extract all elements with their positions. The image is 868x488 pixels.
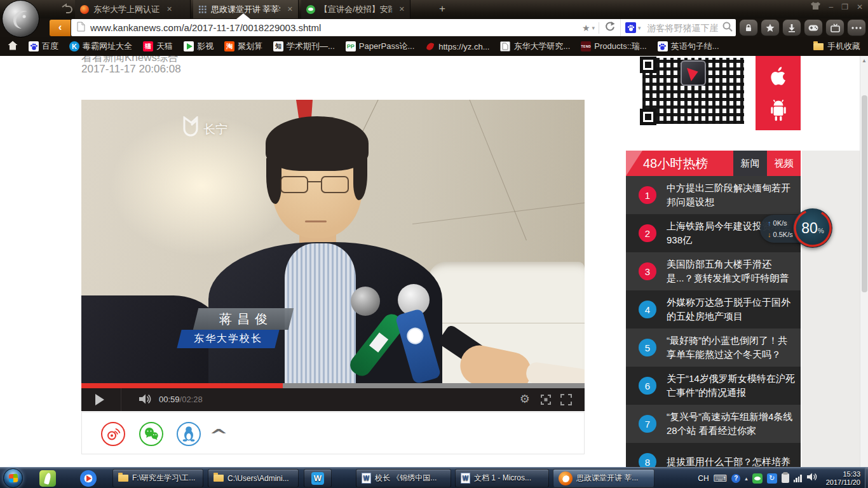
tab3-close-icon[interactable]: ✕: [399, 5, 405, 13]
current-time: 00:59: [159, 395, 180, 404]
upload-arrow-icon: ↑: [768, 219, 771, 227]
baidu-paw-icon[interactable]: [625, 22, 636, 33]
tab-dhu-auth[interactable]: 东华大学上网认证 ✕: [75, 0, 191, 18]
time-display: 00:59/02:28: [159, 395, 203, 404]
video-frame: 长宁 蒋昌俊 东华大学校长: [81, 100, 585, 383]
page-scrollbar[interactable]: ▲: [860, 56, 868, 467]
video-tv-icon[interactable]: [825, 19, 844, 36]
bookmark-star-icon[interactable]: ★: [582, 23, 590, 33]
tray-expand-icon[interactable]: ▴: [745, 475, 748, 482]
rank-badge: 3: [639, 262, 656, 280]
address-bar[interactable]: ★ ▾ ▾: [71, 19, 736, 36]
rank-badge: 4: [639, 301, 656, 318]
favorites-star-icon[interactable]: [761, 19, 780, 36]
taskbar-window-word2[interactable]: W 文档 1 - Micros...: [455, 469, 549, 487]
back-button[interactable]: ‹: [50, 20, 71, 36]
search-magnifier-icon[interactable]: [722, 22, 733, 34]
bookmark-juhuasuan[interactable]: 淘 聚划算: [224, 41, 262, 52]
bookmark-journal[interactable]: 知 学术期刊—...: [273, 41, 335, 52]
search-box[interactable]: ▾: [620, 19, 736, 36]
channel-watermark: 长宁: [182, 116, 227, 138]
bookmark-baidu[interactable]: 百度: [29, 41, 58, 52]
share-qq-icon[interactable]: [177, 422, 201, 446]
bookmark-paperpass[interactable]: PP PaperPass论...: [346, 41, 414, 52]
home-icon[interactable]: [8, 41, 18, 52]
system-tray: CH ⌨ ? ▴ ↻ 15:33 2017/11/20: [698, 468, 868, 488]
speaker-icon[interactable]: [806, 472, 818, 484]
rank-badge: 8: [639, 453, 656, 467]
taskbar-window-word1[interactable]: W 校长 《锦绣中国...: [356, 469, 451, 487]
hot-item-6[interactable]: 6 关于“14岁俄罗斯女模特在沪死亡事件”的情况通报: [626, 367, 801, 405]
show-desktop-button[interactable]: [865, 468, 868, 488]
new-tab-button[interactable]: +: [435, 1, 450, 17]
settings-gear-icon[interactable]: ⚙: [520, 392, 530, 406]
memory-percent-badge[interactable]: 80%: [793, 208, 832, 248]
games-icon[interactable]: [804, 19, 823, 36]
hot-item-3[interactable]: 3 美国防部五角大楼手滑还是...？竟转发推文呼吁特朗普: [626, 252, 801, 290]
volume-icon[interactable]: [139, 393, 153, 407]
browser-logo[interactable]: [2, 0, 39, 37]
rank-badge: 1: [639, 186, 656, 204]
hot-item-7[interactable]: 7 “复兴号”高速动车组新增4条线28个站 看看经过你家: [626, 405, 801, 443]
hot-list-header: 48小时热榜 新闻 视频: [626, 151, 801, 176]
share-weibo-icon[interactable]: [101, 422, 125, 446]
clipboard-tray-icon[interactable]: [782, 473, 789, 483]
download-icon[interactable]: [782, 19, 801, 36]
wechat-tray-icon[interactable]: [752, 473, 763, 484]
taskbar-window-folder-f[interactable]: F:\研究生学习\工...: [112, 469, 203, 487]
bookmark-english[interactable]: 英语句子结...: [658, 41, 719, 52]
clock[interactable]: 15:33 2017/11/20: [822, 470, 864, 487]
sync-tray-icon[interactable]: ↻: [767, 473, 777, 484]
scrollbar-thumb[interactable]: [862, 95, 867, 292]
media-player-icon[interactable]: [80, 470, 97, 487]
bookmark-products[interactable]: TEND Products::瑞...: [581, 41, 646, 52]
app-download-block[interactable]: [756, 56, 801, 130]
start-button[interactable]: [3, 468, 23, 488]
hot-item-4[interactable]: 4 外媒称万达急于脱手位于国外的五处房地产项目: [626, 290, 801, 329]
tab1-close-icon[interactable]: ✕: [166, 5, 172, 13]
bookmark-dropdown-icon[interactable]: ▾: [592, 25, 595, 31]
video-player[interactable]: 长宁 蒋昌俊 东华大学校长 00:59/02:28 ⚙: [81, 100, 585, 411]
menu-more-icon[interactable]: [847, 19, 866, 36]
hot-tab-news[interactable]: 新闻: [733, 151, 767, 176]
bookmark-duba[interactable]: K 毒霸网址大全: [69, 41, 132, 52]
back-history-icon[interactable]: [60, 3, 74, 16]
search-input[interactable]: [648, 23, 722, 33]
minimize-button[interactable]: –: [829, 3, 833, 11]
hot-item-1[interactable]: 1 中方提出三阶段解决缅甸若开邦问题设想: [626, 176, 801, 214]
bookmark-folder-mobile[interactable]: 手机收藏: [813, 37, 860, 56]
language-indicator[interactable]: CH: [698, 474, 709, 483]
theater-mode-icon[interactable]: [540, 394, 552, 408]
skin-icon[interactable]: [811, 2, 820, 11]
collapse-caret-icon[interactable]: ^: [209, 426, 228, 444]
tab2-close-icon[interactable]: ✕: [287, 5, 293, 13]
network-signal-icon[interactable]: [794, 475, 802, 482]
fullscreen-icon[interactable]: [560, 394, 572, 408]
help-tray-icon[interactable]: ?: [731, 474, 740, 483]
hot-tab-video[interactable]: 视频: [767, 151, 801, 176]
taskbar-wps-button[interactable]: W: [304, 469, 332, 487]
hot-item-8[interactable]: 8 提拔重用什么干部？怎样培养: [626, 443, 801, 467]
tab-wechat-article[interactable]: 【宣讲会/校招】安踏... ✕: [301, 0, 410, 18]
search-engine-dropdown-icon[interactable]: ▾: [638, 25, 641, 31]
refresh-icon[interactable]: [604, 21, 615, 34]
hot-item-5[interactable]: 5 “最好骑”的小蓝也倒闭了！共享单车能熬过这个冬天吗？: [626, 329, 801, 367]
scrollbar-up-icon[interactable]: ▲: [862, 58, 867, 64]
restore-button[interactable]: ❐: [841, 3, 848, 11]
play-button[interactable]: [95, 394, 104, 405]
bookmark-dhu-grad[interactable]: 东华大学研究...: [500, 41, 570, 52]
close-button[interactable]: ✕: [857, 3, 863, 11]
bookmark-video[interactable]: 影视: [184, 41, 214, 52]
taskbar-window-browser[interactable]: 思政课堂开讲 莘...: [553, 469, 654, 487]
lock-icon[interactable]: [739, 19, 758, 36]
url-input[interactable]: [90, 22, 582, 33]
paperpass-icon: PP: [346, 41, 356, 51]
keyboard-icon[interactable]: ⌨: [714, 473, 728, 484]
hot-list-title: 48小时热榜: [643, 155, 708, 172]
video-progress-bar[interactable]: [81, 383, 585, 388]
coreldraw-icon[interactable]: [39, 470, 56, 487]
bookmark-tmall[interactable]: 猫 天猫: [143, 41, 173, 52]
bookmark-yanzhao[interactable]: https://yz.ch...: [425, 41, 489, 51]
share-wechat-icon[interactable]: [139, 422, 163, 446]
taskbar-window-folder-c[interactable]: C:\Users\Admini...: [208, 469, 299, 487]
